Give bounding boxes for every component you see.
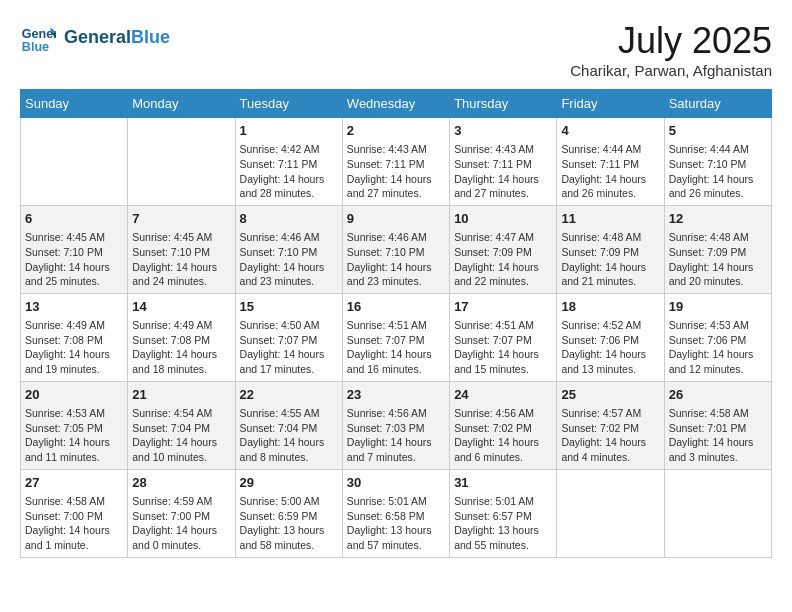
calendar-week: 27Sunrise: 4:58 AM Sunset: 7:00 PM Dayli… [21, 469, 772, 557]
page-header: General Blue GeneralBlue July 2025 Chari… [20, 20, 772, 79]
header-day: Tuesday [235, 90, 342, 118]
calendar-cell: 3Sunrise: 4:43 AM Sunset: 7:11 PM Daylig… [450, 118, 557, 206]
header-day: Friday [557, 90, 664, 118]
calendar-cell: 1Sunrise: 4:42 AM Sunset: 7:11 PM Daylig… [235, 118, 342, 206]
day-detail: Sunrise: 5:01 AM Sunset: 6:58 PM Dayligh… [347, 494, 445, 553]
day-detail: Sunrise: 5:00 AM Sunset: 6:59 PM Dayligh… [240, 494, 338, 553]
day-number: 9 [347, 210, 445, 228]
header-day: Wednesday [342, 90, 449, 118]
calendar-week: 6Sunrise: 4:45 AM Sunset: 7:10 PM Daylig… [21, 205, 772, 293]
calendar-cell: 6Sunrise: 4:45 AM Sunset: 7:10 PM Daylig… [21, 205, 128, 293]
day-number: 10 [454, 210, 552, 228]
day-number: 18 [561, 298, 659, 316]
day-detail: Sunrise: 4:51 AM Sunset: 7:07 PM Dayligh… [347, 318, 445, 377]
day-detail: Sunrise: 4:50 AM Sunset: 7:07 PM Dayligh… [240, 318, 338, 377]
day-detail: Sunrise: 4:45 AM Sunset: 7:10 PM Dayligh… [132, 230, 230, 289]
day-detail: Sunrise: 4:44 AM Sunset: 7:10 PM Dayligh… [669, 142, 767, 201]
calendar-cell: 25Sunrise: 4:57 AM Sunset: 7:02 PM Dayli… [557, 381, 664, 469]
day-number: 5 [669, 122, 767, 140]
day-number: 14 [132, 298, 230, 316]
calendar-cell: 16Sunrise: 4:51 AM Sunset: 7:07 PM Dayli… [342, 293, 449, 381]
day-number: 7 [132, 210, 230, 228]
day-number: 31 [454, 474, 552, 492]
calendar-cell: 28Sunrise: 4:59 AM Sunset: 7:00 PM Dayli… [128, 469, 235, 557]
day-detail: Sunrise: 4:58 AM Sunset: 7:01 PM Dayligh… [669, 406, 767, 465]
calendar-cell: 27Sunrise: 4:58 AM Sunset: 7:00 PM Dayli… [21, 469, 128, 557]
calendar-cell: 9Sunrise: 4:46 AM Sunset: 7:10 PM Daylig… [342, 205, 449, 293]
day-number: 15 [240, 298, 338, 316]
day-detail: Sunrise: 4:54 AM Sunset: 7:04 PM Dayligh… [132, 406, 230, 465]
day-detail: Sunrise: 4:45 AM Sunset: 7:10 PM Dayligh… [25, 230, 123, 289]
header-day: Sunday [21, 90, 128, 118]
day-detail: Sunrise: 4:48 AM Sunset: 7:09 PM Dayligh… [561, 230, 659, 289]
calendar-cell: 8Sunrise: 4:46 AM Sunset: 7:10 PM Daylig… [235, 205, 342, 293]
calendar-cell: 12Sunrise: 4:48 AM Sunset: 7:09 PM Dayli… [664, 205, 771, 293]
day-number: 26 [669, 386, 767, 404]
calendar-cell: 19Sunrise: 4:53 AM Sunset: 7:06 PM Dayli… [664, 293, 771, 381]
calendar-cell: 23Sunrise: 4:56 AM Sunset: 7:03 PM Dayli… [342, 381, 449, 469]
day-number: 6 [25, 210, 123, 228]
day-detail: Sunrise: 4:48 AM Sunset: 7:09 PM Dayligh… [669, 230, 767, 289]
day-detail: Sunrise: 4:46 AM Sunset: 7:10 PM Dayligh… [347, 230, 445, 289]
calendar-cell: 5Sunrise: 4:44 AM Sunset: 7:10 PM Daylig… [664, 118, 771, 206]
day-detail: Sunrise: 4:49 AM Sunset: 7:08 PM Dayligh… [25, 318, 123, 377]
calendar-cell: 11Sunrise: 4:48 AM Sunset: 7:09 PM Dayli… [557, 205, 664, 293]
day-number: 24 [454, 386, 552, 404]
day-number: 22 [240, 386, 338, 404]
header-day: Saturday [664, 90, 771, 118]
calendar-cell: 31Sunrise: 5:01 AM Sunset: 6:57 PM Dayli… [450, 469, 557, 557]
day-detail: Sunrise: 4:55 AM Sunset: 7:04 PM Dayligh… [240, 406, 338, 465]
calendar-cell [21, 118, 128, 206]
header-row: SundayMondayTuesdayWednesdayThursdayFrid… [21, 90, 772, 118]
day-detail: Sunrise: 4:43 AM Sunset: 7:11 PM Dayligh… [347, 142, 445, 201]
day-number: 11 [561, 210, 659, 228]
day-number: 16 [347, 298, 445, 316]
calendar-cell: 13Sunrise: 4:49 AM Sunset: 7:08 PM Dayli… [21, 293, 128, 381]
calendar-cell [664, 469, 771, 557]
logo-icon: General Blue [20, 20, 56, 56]
day-detail: Sunrise: 4:57 AM Sunset: 7:02 PM Dayligh… [561, 406, 659, 465]
day-detail: Sunrise: 4:46 AM Sunset: 7:10 PM Dayligh… [240, 230, 338, 289]
day-detail: Sunrise: 4:43 AM Sunset: 7:11 PM Dayligh… [454, 142, 552, 201]
month-title: July 2025 [570, 20, 772, 62]
day-detail: Sunrise: 4:52 AM Sunset: 7:06 PM Dayligh… [561, 318, 659, 377]
day-number: 21 [132, 386, 230, 404]
day-number: 28 [132, 474, 230, 492]
day-detail: Sunrise: 4:49 AM Sunset: 7:08 PM Dayligh… [132, 318, 230, 377]
calendar-cell: 17Sunrise: 4:51 AM Sunset: 7:07 PM Dayli… [450, 293, 557, 381]
day-number: 23 [347, 386, 445, 404]
day-detail: Sunrise: 4:53 AM Sunset: 7:05 PM Dayligh… [25, 406, 123, 465]
day-number: 12 [669, 210, 767, 228]
title-block: July 2025 Charikar, Parwan, Afghanistan [570, 20, 772, 79]
calendar-cell: 14Sunrise: 4:49 AM Sunset: 7:08 PM Dayli… [128, 293, 235, 381]
calendar-week: 13Sunrise: 4:49 AM Sunset: 7:08 PM Dayli… [21, 293, 772, 381]
calendar-cell: 7Sunrise: 4:45 AM Sunset: 7:10 PM Daylig… [128, 205, 235, 293]
logo-text: GeneralBlue [64, 27, 170, 49]
calendar-table: SundayMondayTuesdayWednesdayThursdayFrid… [20, 89, 772, 558]
day-number: 4 [561, 122, 659, 140]
day-detail: Sunrise: 5:01 AM Sunset: 6:57 PM Dayligh… [454, 494, 552, 553]
calendar-cell: 26Sunrise: 4:58 AM Sunset: 7:01 PM Dayli… [664, 381, 771, 469]
day-number: 30 [347, 474, 445, 492]
calendar-cell [128, 118, 235, 206]
day-detail: Sunrise: 4:51 AM Sunset: 7:07 PM Dayligh… [454, 318, 552, 377]
day-detail: Sunrise: 4:47 AM Sunset: 7:09 PM Dayligh… [454, 230, 552, 289]
day-number: 19 [669, 298, 767, 316]
header-day: Thursday [450, 90, 557, 118]
calendar-cell: 4Sunrise: 4:44 AM Sunset: 7:11 PM Daylig… [557, 118, 664, 206]
day-detail: Sunrise: 4:42 AM Sunset: 7:11 PM Dayligh… [240, 142, 338, 201]
calendar-week: 20Sunrise: 4:53 AM Sunset: 7:05 PM Dayli… [21, 381, 772, 469]
day-number: 13 [25, 298, 123, 316]
calendar-cell: 2Sunrise: 4:43 AM Sunset: 7:11 PM Daylig… [342, 118, 449, 206]
day-number: 17 [454, 298, 552, 316]
calendar-cell: 22Sunrise: 4:55 AM Sunset: 7:04 PM Dayli… [235, 381, 342, 469]
day-detail: Sunrise: 4:58 AM Sunset: 7:00 PM Dayligh… [25, 494, 123, 553]
location-title: Charikar, Parwan, Afghanistan [570, 62, 772, 79]
svg-text:Blue: Blue [22, 40, 49, 54]
header-day: Monday [128, 90, 235, 118]
day-detail: Sunrise: 4:44 AM Sunset: 7:11 PM Dayligh… [561, 142, 659, 201]
logo: General Blue GeneralBlue [20, 20, 170, 56]
calendar-cell: 30Sunrise: 5:01 AM Sunset: 6:58 PM Dayli… [342, 469, 449, 557]
calendar-cell: 21Sunrise: 4:54 AM Sunset: 7:04 PM Dayli… [128, 381, 235, 469]
day-number: 20 [25, 386, 123, 404]
